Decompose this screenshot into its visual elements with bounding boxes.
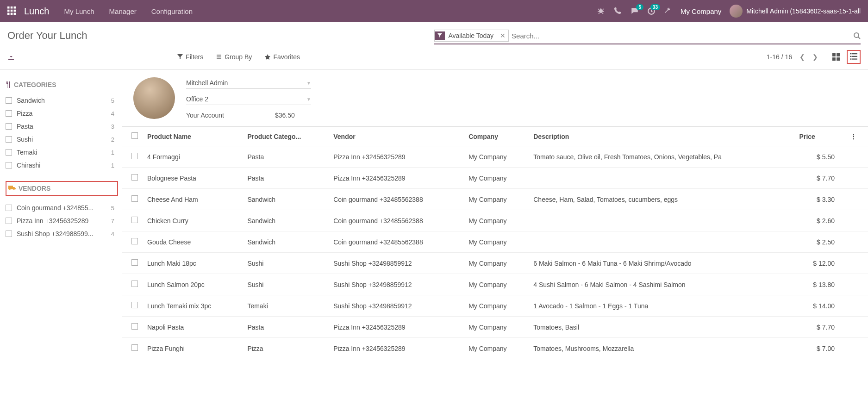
pager-next-icon[interactable]: ❯ <box>812 53 818 61</box>
apps-icon[interactable] <box>7 6 17 16</box>
checkbox[interactable] <box>6 205 12 211</box>
messages-badge: 5 <box>636 4 643 10</box>
search-icon[interactable] <box>853 32 861 39</box>
row-checkbox[interactable] <box>122 210 143 231</box>
table-row[interactable]: Bolognese PastaPastaPizza Inn +324563252… <box>122 168 868 189</box>
col-price[interactable]: Price <box>795 127 846 146</box>
filters-button[interactable]: Filters <box>177 53 203 61</box>
row-checkbox[interactable] <box>122 189 143 210</box>
category-item[interactable]: Pasta3 <box>6 120 118 133</box>
table-row[interactable]: Napoli PastaPastaPizza Inn +32456325289M… <box>122 317 868 338</box>
svg-rect-18 <box>850 56 851 57</box>
svg-rect-14 <box>832 57 836 61</box>
user-select[interactable]: Mitchell Admin▼ <box>186 77 311 89</box>
table-row[interactable]: Lunch Salmon 20pcSushiSushi Shop +324988… <box>122 274 868 295</box>
download-icon[interactable] <box>7 53 15 61</box>
checkbox[interactable] <box>6 231 12 237</box>
cell-vendor: Coin gourmand +32485562388 <box>329 231 464 253</box>
location-select[interactable]: Office 2▼ <box>186 94 311 105</box>
table-row[interactable]: Gouda CheeseSandwichCoin gourmand +32485… <box>122 231 868 253</box>
messages-icon[interactable]: 5 <box>631 7 639 15</box>
cell-description: Tomatoes, Basil <box>529 317 794 338</box>
col-vendor[interactable]: Vendor <box>329 127 464 146</box>
category-item[interactable]: Sandwich5 <box>6 94 118 107</box>
user-menu[interactable]: Mitchell Admin (15843602-saas-15-1-all <box>730 5 861 18</box>
vendor-item[interactable]: Coin gourmand +324855...5 <box>6 201 118 214</box>
checkbox[interactable] <box>6 149 12 156</box>
search-box[interactable]: Available Today ✕ <box>434 30 861 44</box>
cell-description: Tomato sauce, Olive oil, Fresh Tomatoes,… <box>529 146 794 168</box>
checkbox[interactable] <box>6 136 12 143</box>
main-content: CATEGORIES Sandwich5Pizza4Pasta3Sushi2Te… <box>0 70 868 359</box>
svg-rect-15 <box>837 57 840 61</box>
category-item[interactable]: Pizza4 <box>6 107 118 120</box>
table-row[interactable]: Cheese And HamSandwichCoin gourmand +324… <box>122 189 868 210</box>
col-product-name[interactable]: Product Name <box>143 127 243 146</box>
app-title[interactable]: Lunch <box>24 6 50 17</box>
vendor-item[interactable]: Sushi Shop +324988599...4 <box>6 227 118 240</box>
facet-label: Available Today <box>445 30 498 41</box>
col-company[interactable]: Company <box>464 127 529 146</box>
activities-icon[interactable]: 33 <box>647 7 656 15</box>
table-row[interactable]: Pizza FunghiPizzaPizza Inn +32456325289M… <box>122 338 868 359</box>
row-checkbox[interactable] <box>122 146 143 168</box>
cell-product-name: Lunch Temaki mix 3pc <box>143 295 243 317</box>
content-area: Mitchell Admin▼ Office 2▼ Your Account $… <box>122 70 868 359</box>
checkbox[interactable] <box>6 97 12 104</box>
page-title: Order Your Lunch <box>7 30 87 42</box>
table-row[interactable]: Lunch Maki 18pcSushiSushi Shop +32498859… <box>122 253 868 274</box>
category-item[interactable]: Sushi2 <box>6 133 118 146</box>
row-checkbox[interactable] <box>122 253 143 274</box>
checkbox[interactable] <box>6 218 12 224</box>
phone-icon[interactable] <box>614 7 622 15</box>
vendor-item[interactable]: Pizza Inn +324563252897 <box>6 214 118 227</box>
row-checkbox[interactable] <box>122 168 143 189</box>
sidebar-item-count: 5 <box>111 97 118 104</box>
wrench-icon[interactable] <box>664 7 672 15</box>
col-options-icon[interactable]: ⋮ <box>846 127 868 146</box>
groupby-button[interactable]: Group By <box>216 53 252 61</box>
row-checkbox[interactable] <box>122 295 143 317</box>
cell-description <box>529 210 794 231</box>
cell-price: $ 7.70 <box>795 168 846 189</box>
cell-product-name: Chicken Curry <box>143 210 243 231</box>
nav-manager[interactable]: Manager <box>109 7 137 15</box>
checkbox[interactable] <box>6 162 12 168</box>
table-row[interactable]: Lunch Temaki mix 3pcTemakiSushi Shop +32… <box>122 295 868 317</box>
cell-product-name: Pizza Funghi <box>143 338 243 359</box>
pager-prev-icon[interactable]: ❮ <box>799 53 805 61</box>
cell-description: 6 Maki Salmon - 6 Maki Tuna - 6 Maki Shr… <box>529 253 794 274</box>
search-input[interactable] <box>512 32 853 40</box>
cell-description: 4 Sushi Salmon - 6 Maki Salmon - 4 Sashi… <box>529 274 794 295</box>
row-checkbox[interactable] <box>122 338 143 359</box>
row-checkbox[interactable] <box>122 231 143 253</box>
checkbox[interactable] <box>6 123 12 130</box>
cell-vendor: Pizza Inn +32456325289 <box>329 146 464 168</box>
kanban-view-button[interactable] <box>829 50 843 64</box>
select-all-header[interactable] <box>122 127 143 146</box>
col-description[interactable]: Description <box>529 127 794 146</box>
col-category[interactable]: Product Catego... <box>243 127 329 146</box>
table-row[interactable]: Chicken CurrySandwichCoin gourmand +3248… <box>122 210 868 231</box>
cell-description: Cheese, Ham, Salad, Tomatoes, cucumbers,… <box>529 189 794 210</box>
cell-category: Sandwich <box>243 231 329 253</box>
category-item[interactable]: Temaki1 <box>6 146 118 159</box>
cell-company: My Company <box>464 189 529 210</box>
category-item[interactable]: Chirashi1 <box>6 159 118 172</box>
cell-category: Sandwich <box>243 189 329 210</box>
company-selector[interactable]: My Company <box>681 7 721 15</box>
facet-remove[interactable]: ✕ <box>497 32 508 39</box>
table-row[interactable]: 4 FormaggiPastaPizza Inn +32456325289My … <box>122 146 868 168</box>
pager-value[interactable]: 1-16 / 16 <box>767 53 792 61</box>
row-checkbox[interactable] <box>122 274 143 295</box>
account-balance: $36.50 <box>275 112 295 119</box>
checkbox[interactable] <box>6 110 12 117</box>
favorites-button[interactable]: Favorites <box>265 53 300 61</box>
sidebar-item-count: 2 <box>111 136 118 143</box>
row-checkbox[interactable] <box>122 317 143 338</box>
nav-my-lunch[interactable]: My Lunch <box>64 7 94 15</box>
bug-icon[interactable] <box>597 7 606 15</box>
sidebar-item-count: 4 <box>111 231 118 237</box>
list-view-button[interactable] <box>847 50 861 64</box>
nav-configuration[interactable]: Configuration <box>151 7 193 15</box>
